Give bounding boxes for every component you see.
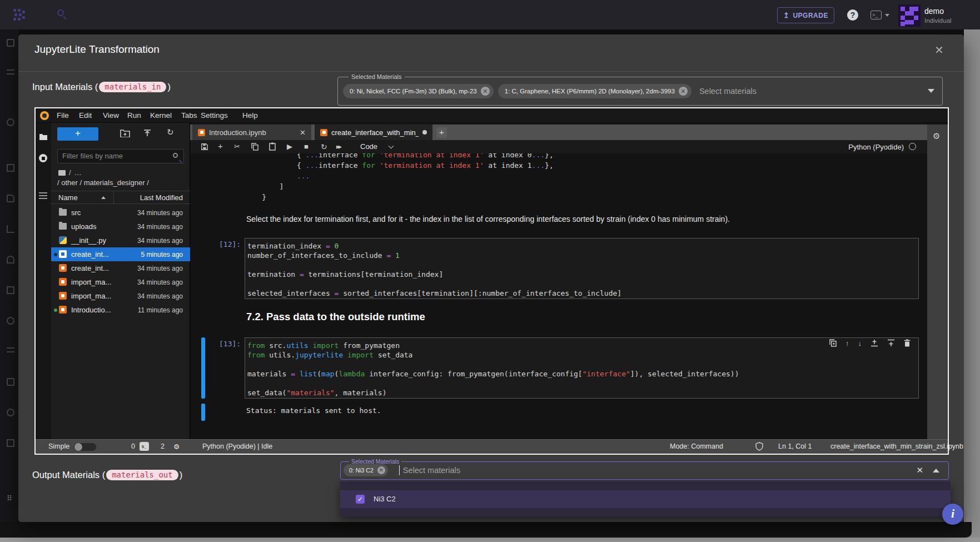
breadcrumb-path[interactable]: / other / materials_designer / — [57, 178, 149, 187]
duplicate-cell-icon[interactable] — [829, 339, 837, 347]
remove-chip-icon[interactable]: ✕ — [481, 87, 490, 96]
tab-create-interface[interactable]: create_interface_with_min_ — [315, 125, 432, 140]
collapse-caret-icon[interactable] — [933, 469, 939, 473]
command-mode-indicator[interactable]: Mode: Command — [670, 442, 723, 450]
app-logo-icon[interactable] — [13, 9, 26, 21]
insert-cell-above-icon[interactable] — [870, 339, 878, 347]
tab-close-icon[interactable]: ✕ — [300, 128, 306, 137]
cell-type-caret-icon[interactable] — [389, 143, 394, 149]
output-materials-select[interactable]: Selected Materials 0: Ni3 C2✕ Select mat… — [340, 461, 949, 480]
material-chip[interactable]: 0: Ni3 C2✕ — [344, 464, 388, 476]
markdown-paragraph: Select the index for termination first, … — [246, 215, 730, 223]
move-cell-up-icon[interactable]: ↑ — [845, 340, 849, 347]
delete-cell-icon[interactable] — [904, 339, 911, 347]
paste-cells-icon[interactable] — [269, 142, 276, 151]
select-materials-placeholder[interactable]: Select materials — [699, 87, 757, 96]
file-row-introduction[interactable]: Introductio...11 minutes ago — [51, 303, 190, 317]
kernel-icon[interactable]: ⚙ — [173, 442, 180, 451]
code-cell-12[interactable]: termination_index = 0number_of_interface… — [245, 238, 919, 299]
unsaved-dot-icon[interactable] — [422, 130, 427, 135]
dropdown-caret-icon[interactable] — [928, 89, 934, 93]
dialog-title: JupyterLite Transformation — [34, 43, 160, 56]
kernel-status-text[interactable]: Python (Pyodide) | Idle — [202, 442, 272, 450]
stop-kernel-icon[interactable]: ■ — [304, 142, 309, 151]
copy-cells-icon[interactable] — [251, 143, 258, 151]
terminal-icon[interactable]: s_ — [140, 442, 149, 451]
file-row-create-int-selected[interactable]: create_int...5 minutes ago — [51, 247, 190, 261]
avatar[interactable] — [898, 4, 921, 27]
output-materials-label: Output Materials (materials_out) — [32, 470, 182, 480]
status-filename[interactable]: create_interface_with_min_strain_zsl.ipy… — [830, 442, 963, 450]
material-chip[interactable]: 0: Ni, Nickel, FCC (Fm-3m) 3D (Bulk), mp… — [343, 84, 494, 98]
code-cell-13[interactable]: from src.utils import from_pymatgenfrom … — [245, 337, 919, 399]
checkbox-checked-icon[interactable]: ✓ — [356, 495, 365, 504]
upgrade-button[interactable]: ↥UPGRADE — [777, 7, 834, 23]
input-select-legend: Selected Materials — [349, 73, 405, 80]
file-row-create-int[interactable]: create_int...34 minutes ago — [51, 261, 190, 275]
filter-search-icon — [173, 153, 178, 158]
input-materials-select[interactable]: Selected Materials 0: Ni, Nickel, FCC (F… — [337, 77, 943, 106]
info-fab-button[interactable]: i — [942, 504, 963, 525]
help-icon[interactable]: ? — [847, 9, 858, 21]
filter-files-input[interactable]: Filter files by name — [57, 149, 184, 163]
save-icon[interactable] — [201, 143, 208, 151]
file-row-import-ma[interactable]: import_ma...34 minutes ago — [51, 275, 190, 289]
new-folder-icon[interactable] — [120, 129, 130, 137]
refresh-icon[interactable]: ↻ — [167, 127, 174, 137]
console-caret-icon[interactable] — [885, 14, 889, 17]
trust-shield-icon[interactable] — [755, 442, 763, 451]
run-cell-icon[interactable]: ▶ — [287, 142, 292, 151]
close-icon[interactable]: ✕ — [934, 43, 944, 57]
restart-kernel-icon[interactable]: ↻ — [321, 142, 327, 151]
user-plan: Individual — [924, 17, 952, 24]
jupyterlite-transformation-dialog: JupyterLite Transformation ✕ Input Mater… — [18, 34, 964, 522]
home-folder-icon[interactable] — [58, 170, 66, 176]
new-tab-button[interactable]: + — [436, 127, 447, 138]
insert-cell-below-icon[interactable] — [887, 339, 895, 347]
running-kernels-tab-icon[interactable] — [39, 154, 47, 162]
cut-cells-icon[interactable]: ✂ — [234, 142, 240, 151]
move-cell-down-icon[interactable]: ↓ — [858, 340, 862, 347]
clear-selection-icon[interactable]: ✕ — [916, 465, 923, 475]
select-materials-placeholder[interactable]: Select materials — [403, 466, 460, 475]
menu-help[interactable]: Help — [242, 111, 258, 120]
menu-run[interactable]: Run — [127, 111, 141, 120]
cell-type-select[interactable]: Code — [360, 142, 377, 151]
remove-chip-icon[interactable]: ✕ — [679, 87, 688, 96]
file-row-init-py[interactable]: __init__.py34 minutes ago — [51, 233, 190, 247]
menu-tabs[interactable]: Tabs — [181, 111, 197, 120]
dropdown-option-row[interactable]: ✓ Ni3 C2 — [340, 490, 951, 508]
cell-toolbar: ↑ ↓ — [829, 339, 911, 347]
scrolled-output-text: { ...interface for 'termination at index… — [245, 153, 554, 202]
cursor-position[interactable]: Ln 1, Col 1 — [778, 442, 812, 450]
search-icon[interactable] — [57, 9, 64, 16]
file-list-header[interactable]: Name Last Modified — [51, 191, 190, 204]
material-chip[interactable]: 1: C, Graphene, HEX (P6/mmm) 2D (Monolay… — [498, 84, 692, 98]
console-icon[interactable]: >_ — [870, 11, 882, 19]
simple-mode-toggle[interactable] — [74, 443, 96, 451]
property-inspector-icon[interactable]: ⚙ — [933, 131, 940, 141]
file-row-src[interactable]: src34 minutes ago — [51, 206, 190, 220]
kernel-name[interactable]: Python (Pyodide) — [848, 143, 904, 151]
notebook-toolbar: + ✂ ▶ ■ ↻ ▸▸ Code Python (Pyodide) — [190, 140, 927, 154]
tab-introduction[interactable]: Introduction.ipynb✕ — [192, 125, 311, 140]
breadcrumb[interactable]: / … — [58, 168, 82, 177]
menu-settings[interactable]: Settings — [201, 111, 228, 120]
file-browser-tab-icon[interactable] — [39, 133, 48, 141]
menu-kernel[interactable]: Kernel — [150, 111, 172, 120]
menu-file[interactable]: File — [57, 111, 69, 120]
new-launcher-button[interactable]: + — [57, 127, 98, 141]
jupyterlite-logo-icon — [40, 111, 49, 120]
file-row-uploads[interactable]: uploads34 minutes ago — [51, 220, 190, 233]
app-top-bar: ↥UPGRADE ? >_ demo Individual — [0, 0, 980, 29]
restart-run-all-icon[interactable]: ▸▸ — [336, 142, 340, 151]
menu-view[interactable]: View — [103, 111, 119, 120]
file-row-import-ma2[interactable]: import_ma...34 minutes ago — [51, 289, 190, 303]
kernel-status-icon[interactable] — [909, 143, 916, 150]
toc-tab-icon[interactable] — [39, 192, 47, 199]
menu-edit[interactable]: Edit — [79, 111, 92, 120]
insert-cell-icon[interactable]: + — [218, 141, 223, 151]
remove-chip-icon[interactable]: ✕ — [377, 466, 385, 474]
upload-icon[interactable] — [143, 129, 152, 138]
jupyter-menu-bar: File Edit View Run Kernel Tabs Settings … — [36, 108, 948, 123]
